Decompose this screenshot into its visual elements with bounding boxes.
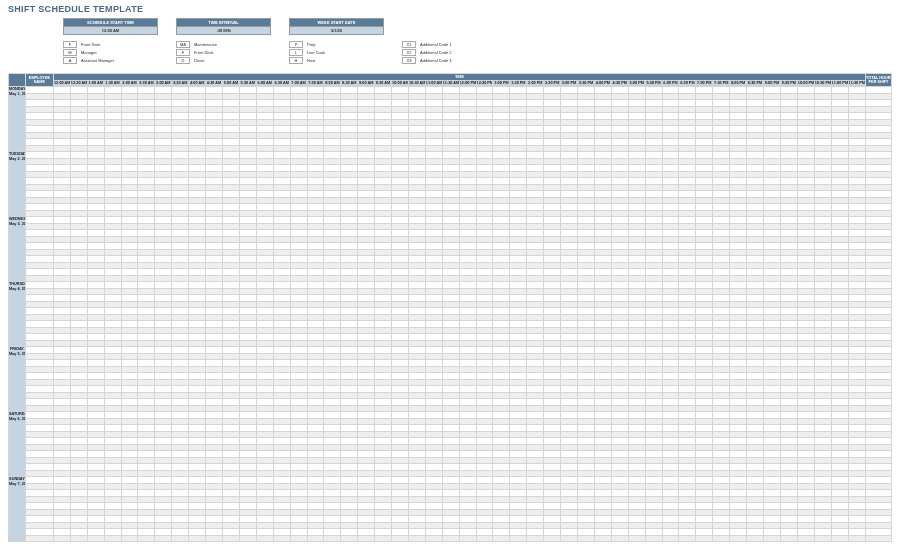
config-week-start-label: WEEK START DATE: [289, 18, 384, 27]
shift-cell[interactable]: [53, 535, 70, 542]
code-key[interactable]: L: [289, 49, 303, 56]
code-col-3: PPrepLLine CookHHost: [289, 41, 384, 65]
code-key[interactable]: X3: [402, 57, 416, 64]
schedule-table: EMPLOYEENAMETIMETOTAL HOURS PER SHIFT12:…: [8, 73, 892, 542]
shift-cell[interactable]: [831, 535, 848, 542]
code-label: Additional Code 1: [420, 42, 452, 47]
config-start-time-value[interactable]: 12:00 AM: [63, 27, 158, 35]
config-interval-value[interactable]: :30 MIN: [176, 27, 271, 35]
day-cell: FRIDAYMay 5, 2020: [9, 347, 26, 412]
config-interval: TIME INTERVAL :30 MIN: [176, 18, 271, 35]
code-key[interactable]: X1: [402, 41, 416, 48]
shift-cell[interactable]: [358, 535, 375, 542]
shift-cell[interactable]: [273, 535, 290, 542]
code-key[interactable]: X2: [402, 49, 416, 56]
shift-cell[interactable]: [780, 535, 797, 542]
schedule-tbody: MONDAYMay 1, 2020TUESDAYMay 2, 2020WEDNE…: [9, 87, 892, 542]
code-line: X2Additional Code 2: [402, 49, 497, 56]
code-label: Additional Code 3: [420, 58, 452, 63]
code-label: Prep: [307, 42, 315, 47]
config-start-time: SCHEDULE START TIME 12:00 AM: [63, 18, 158, 35]
shift-cell[interactable]: [679, 535, 696, 542]
schedule-row: [9, 535, 892, 542]
shift-cell[interactable]: [138, 535, 155, 542]
code-label: Maintenance: [194, 42, 217, 47]
code-key[interactable]: A: [63, 57, 77, 64]
shift-cell[interactable]: [239, 535, 256, 542]
shift-cell[interactable]: [713, 535, 730, 542]
code-line: FFront Desk: [176, 49, 271, 56]
shift-cell[interactable]: [696, 535, 713, 542]
code-line: X1Additional Code 1: [402, 41, 497, 48]
employee-cell[interactable]: [25, 535, 53, 542]
shift-cell[interactable]: [628, 535, 645, 542]
shift-cell[interactable]: [493, 535, 510, 542]
shift-cell[interactable]: [476, 535, 493, 542]
shift-cell[interactable]: [645, 535, 662, 542]
shift-cell[interactable]: [290, 535, 307, 542]
corner-cell: [9, 74, 26, 87]
shift-cell[interactable]: [510, 535, 527, 542]
code-line: PPrep: [289, 41, 384, 48]
shift-cell[interactable]: [324, 535, 341, 542]
page-title: SHIFT SCHEDULE TEMPLATE: [8, 4, 892, 14]
shift-cell[interactable]: [206, 535, 223, 542]
shift-cell[interactable]: [662, 535, 679, 542]
code-key[interactable]: F: [63, 41, 77, 48]
code-col-4: X1Additional Code 1X2Additional Code 2X3…: [402, 41, 497, 65]
day-cell: TUESDAYMay 2, 2020: [9, 152, 26, 217]
code-col-2: MAMaintenanceFFront DeskDDriver: [176, 41, 271, 65]
config-start-time-label: SCHEDULE START TIME: [63, 18, 158, 27]
code-key[interactable]: MA: [176, 41, 190, 48]
code-label: Line Cook: [307, 50, 325, 55]
shift-cell[interactable]: [848, 535, 866, 542]
shift-cell[interactable]: [442, 535, 459, 542]
shift-cell[interactable]: [70, 535, 87, 542]
shift-cell[interactable]: [375, 535, 392, 542]
shift-cell[interactable]: [527, 535, 544, 542]
shift-cell[interactable]: [392, 535, 409, 542]
code-label: Manager: [81, 50, 97, 55]
shift-cell[interactable]: [747, 535, 764, 542]
shift-cell[interactable]: [408, 535, 425, 542]
shift-cell[interactable]: [307, 535, 324, 542]
code-line: AAssistant Manager: [63, 57, 158, 64]
shift-cell[interactable]: [594, 535, 611, 542]
code-line: DDriver: [176, 57, 271, 64]
shift-cell[interactable]: [797, 535, 814, 542]
code-key[interactable]: F: [176, 49, 190, 56]
shift-cell[interactable]: [104, 535, 121, 542]
day-cell: WEDNESDAYMay 3, 2020: [9, 217, 26, 282]
shift-cell[interactable]: [121, 535, 138, 542]
code-label: Host: [307, 58, 315, 63]
day-cell: THURSDAYMay 4, 2020: [9, 282, 26, 347]
codes-row: FFront GateMManagerAAssistant Manager MA…: [63, 41, 892, 65]
code-label: Assistant Manager: [81, 58, 114, 63]
shift-cell[interactable]: [425, 535, 442, 542]
config-week-start-value[interactable]: 5/1/20: [289, 27, 384, 35]
shift-cell[interactable]: [611, 535, 628, 542]
shift-cell[interactable]: [341, 535, 358, 542]
shift-cell[interactable]: [459, 535, 476, 542]
shift-cell[interactable]: [155, 535, 172, 542]
shift-cell[interactable]: [87, 535, 104, 542]
code-key[interactable]: M: [63, 49, 77, 56]
shift-cell[interactable]: [814, 535, 831, 542]
code-key[interactable]: P: [289, 41, 303, 48]
shift-cell[interactable]: [730, 535, 747, 542]
shift-cell[interactable]: [172, 535, 189, 542]
shift-cell[interactable]: [763, 535, 780, 542]
shift-cell[interactable]: [544, 535, 561, 542]
config-week-start: WEEK START DATE 5/1/20: [289, 18, 384, 35]
shift-cell[interactable]: [222, 535, 239, 542]
shift-cell[interactable]: [256, 535, 273, 542]
code-key[interactable]: H: [289, 57, 303, 64]
config-interval-label: TIME INTERVAL: [176, 18, 271, 27]
code-key[interactable]: D: [176, 57, 190, 64]
shift-cell[interactable]: [189, 535, 206, 542]
shift-cell[interactable]: [578, 535, 595, 542]
shift-cell[interactable]: [561, 535, 578, 542]
code-label: Driver: [194, 58, 205, 63]
day-cell: MONDAYMay 1, 2020: [9, 87, 26, 152]
day-cell: SUNDAYMay 7, 2020: [9, 477, 26, 542]
